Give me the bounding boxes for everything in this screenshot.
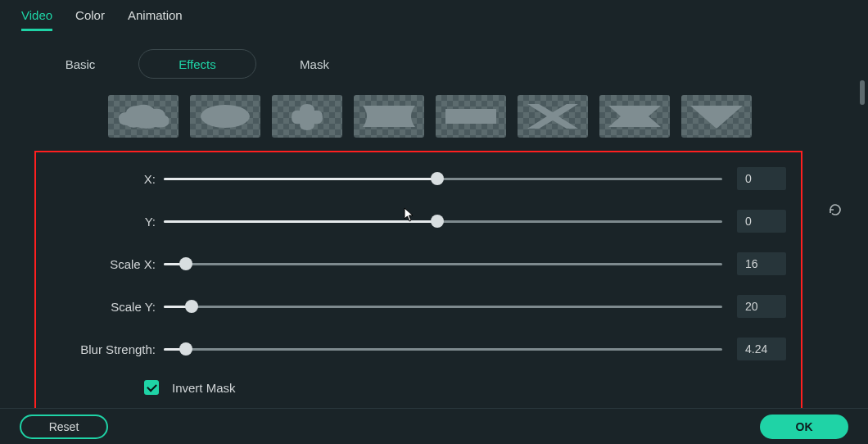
tab-animation[interactable]: Animation — [128, 8, 183, 31]
value-scale-y[interactable]: 20 — [737, 295, 786, 318]
label-blur: Blur Strength: — [43, 342, 164, 356]
value-y[interactable]: 0 — [737, 210, 786, 233]
checkbox-invert-mask[interactable] — [144, 380, 159, 395]
slider-x-fill — [164, 178, 437, 180]
highlight-annotation: X: 0 Y: 0 Scale X: 16 Scale Y: 20 Blur S… — [34, 151, 802, 410]
tab-video[interactable]: Video — [21, 8, 52, 31]
slider-scale-x[interactable] — [164, 263, 722, 265]
label-scale-x: Scale X: — [43, 257, 164, 271]
reset-button[interactable]: Reset — [20, 415, 108, 439]
slider-blur-knob[interactable] — [179, 342, 192, 356]
slider-sx-knob[interactable] — [179, 257, 192, 270]
subtab-effects[interactable]: Effects — [138, 49, 256, 79]
mask-shape-x[interactable] — [518, 95, 588, 138]
slider-sy-knob[interactable] — [185, 300, 198, 313]
slider-scale-y[interactable] — [164, 306, 722, 308]
mask-shape-ellipse[interactable] — [190, 95, 260, 138]
slider-y-fill — [164, 220, 437, 223]
mask-shape-flower[interactable] — [272, 95, 342, 138]
tab-color[interactable]: Color — [75, 8, 105, 31]
slider-blur[interactable] — [164, 348, 722, 351]
mask-shape-triangle-down[interactable] — [681, 95, 752, 138]
mask-shape-concave[interactable] — [354, 95, 424, 138]
svg-point-0 — [201, 105, 250, 128]
mask-shape-row — [0, 85, 868, 144]
label-invert-mask: Invert Mask — [172, 381, 236, 395]
mask-shape-bowtie[interactable] — [599, 95, 670, 138]
reset-icon[interactable] — [827, 202, 843, 218]
slider-y[interactable] — [164, 220, 722, 223]
label-y: Y: — [43, 215, 164, 229]
value-scale-x[interactable]: 16 — [737, 252, 786, 275]
scrollbar-thumb[interactable] — [860, 80, 865, 105]
slider-y-knob[interactable] — [431, 215, 444, 228]
slider-x[interactable] — [164, 178, 722, 180]
mask-shape-cloud[interactable] — [108, 95, 179, 138]
ok-button[interactable]: OK — [760, 415, 848, 439]
value-blur[interactable]: 4.24 — [737, 338, 786, 360]
svg-rect-1 — [445, 109, 496, 124]
label-scale-y: Scale Y: — [43, 300, 164, 314]
value-x[interactable]: 0 — [737, 167, 786, 190]
label-x: X: — [43, 172, 164, 186]
subtab-mask[interactable]: Mask — [255, 49, 373, 79]
mask-shape-rect[interactable] — [436, 95, 506, 138]
subtab-basic[interactable]: Basic — [21, 49, 139, 79]
slider-x-knob[interactable] — [431, 172, 444, 185]
